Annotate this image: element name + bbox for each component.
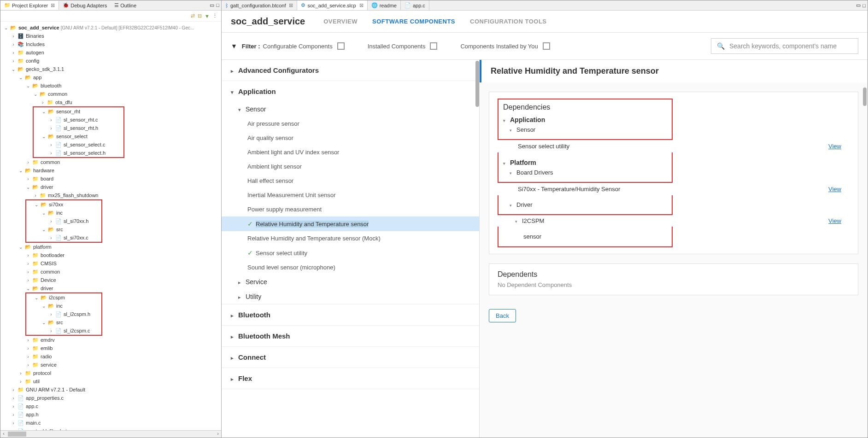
tree-inc2[interactable]: ⌄📂inc bbox=[26, 302, 101, 310]
dep-platform[interactable]: Platform bbox=[503, 159, 667, 166]
filter-installed[interactable]: Installed Components bbox=[368, 42, 438, 50]
dep-i2cspm[interactable]: I2CSPM bbox=[515, 217, 850, 224]
section-application[interactable]: Application bbox=[222, 81, 479, 102]
scrollbar-thumb[interactable] bbox=[863, 88, 867, 106]
link-icon[interactable]: ⇄ bbox=[191, 13, 195, 19]
tree-binaries[interactable]: ›🗄️Binaries bbox=[0, 32, 221, 40]
item-air-quality[interactable]: Air quality sensor bbox=[222, 131, 479, 145]
menu-icon[interactable]: ⋮ bbox=[212, 13, 217, 19]
item-power[interactable]: Power supply measurement bbox=[222, 202, 479, 216]
tree-sl-sensor-rht-h[interactable]: ›📄sl_sensor_rht.h bbox=[34, 124, 123, 132]
dep-driver[interactable]: Driver bbox=[510, 201, 667, 208]
tree-ota-dfu[interactable]: ›📁ota_dfu bbox=[0, 98, 221, 106]
tree-sl-si70xx-h[interactable]: ›📄sl_si70xx.h bbox=[26, 217, 101, 225]
tree-common[interactable]: ⌄📂common bbox=[0, 90, 221, 98]
item-hall[interactable]: Hall effect sensor bbox=[222, 174, 479, 188]
tree-app-h[interactable]: ›📄app.h bbox=[0, 410, 221, 419]
minimize-icon[interactable]: ▭ bbox=[210, 2, 214, 8]
section-advanced[interactable]: Advanced Configurators bbox=[222, 60, 479, 81]
tree-app-c[interactable]: ›📄app.c bbox=[0, 402, 221, 410]
minimize-icon[interactable]: ▭ bbox=[856, 2, 861, 8]
tab-project-explorer[interactable]: 📁 Project Explorer ⊠ bbox=[0, 1, 59, 10]
tree-hardware[interactable]: ⌄📂hardware bbox=[0, 166, 221, 175]
tree-sl-i2cspm-h[interactable]: ›📄sl_i2cspm.h bbox=[26, 310, 101, 318]
tree-driver2[interactable]: ⌄📂driver bbox=[0, 284, 221, 292]
tab-appc[interactable]: 📄app.c bbox=[401, 0, 429, 10]
tab-overview[interactable]: OVERVIEW bbox=[323, 18, 358, 25]
tree-common3[interactable]: ›📁common bbox=[0, 268, 221, 276]
collapse-icon[interactable]: ⊟ bbox=[198, 13, 202, 19]
item-ambient-uv[interactable]: Ambient light and UV index sensor bbox=[222, 145, 479, 159]
subsection-utility[interactable]: Utility bbox=[222, 289, 479, 304]
item-rht[interactable]: ✓Relative Humidity and Temperature senso… bbox=[222, 216, 479, 231]
tree-platform[interactable]: ⌄📂platform bbox=[0, 243, 221, 251]
tree-app[interactable]: ⌄📂app bbox=[0, 73, 221, 82]
tree-autogen[interactable]: ›📁autogen bbox=[0, 48, 221, 57]
subsection-sensor[interactable]: Sensor bbox=[222, 102, 479, 117]
tree-device[interactable]: ›📁Device bbox=[0, 276, 221, 284]
tree-gnu-arm[interactable]: ›📁GNU ARM v7.2.1 - Default bbox=[0, 385, 221, 394]
tree-cmsis[interactable]: ›📁CMSIS bbox=[0, 259, 221, 268]
tree-sl-sensor-select-c[interactable]: ›📄sl_sensor_select.c bbox=[34, 140, 123, 149]
tab-configuration-tools[interactable]: CONFIGURATION TOOLS bbox=[470, 18, 546, 25]
tree-emlib[interactable]: ›📁emlib bbox=[0, 344, 221, 352]
search-input[interactable]: 🔍 Search keywords, component's name bbox=[711, 38, 858, 54]
view-link[interactable]: View bbox=[828, 186, 841, 193]
maximize-icon[interactable]: □ bbox=[862, 3, 866, 8]
tree-i2cspm[interactable]: ⌄📂i2cspm bbox=[26, 293, 101, 302]
filter-icon[interactable]: ▼ bbox=[205, 13, 210, 19]
tree-mx25[interactable]: ›📁mx25_flash_shutdown bbox=[0, 191, 221, 199]
tree-includes[interactable]: ›📚Includes bbox=[0, 40, 221, 48]
checkbox[interactable] bbox=[543, 42, 550, 50]
section-bt-mesh[interactable]: Bluetooth Mesh bbox=[222, 326, 479, 346]
subsection-service[interactable]: Service bbox=[222, 274, 479, 289]
tree-main-c[interactable]: ›📄main.c bbox=[0, 419, 221, 427]
tree-src2[interactable]: ⌄📂src bbox=[26, 318, 101, 327]
tree-driver[interactable]: ⌄📂driver bbox=[0, 183, 221, 191]
tree-board[interactable]: ›📁board bbox=[0, 175, 221, 183]
item-imu[interactable]: Inertial Measurement Unit sensor bbox=[222, 188, 479, 202]
item-rht-mock[interactable]: Relative Humidity and Temperature sensor… bbox=[222, 231, 479, 245]
tree-sl-i2cspm-c[interactable]: ›📄sl_i2cspm.c bbox=[26, 327, 101, 335]
tree-radio[interactable]: ›📁radio bbox=[0, 352, 221, 361]
tree-create-bl[interactable]: 📄create_bl_files.bat bbox=[0, 427, 221, 430]
tab-gatt[interactable]: ᛒgatt_configuration.btconf⊠ bbox=[222, 0, 297, 10]
tab-slcp[interactable]: ⚙soc_add_service.slcp⊠ bbox=[297, 0, 367, 10]
tree-service[interactable]: ›📁service bbox=[0, 361, 221, 369]
close-icon[interactable]: ⊠ bbox=[289, 2, 293, 8]
section-bluetooth[interactable]: Bluetooth bbox=[222, 304, 479, 325]
tree-common2[interactable]: ›📁common bbox=[0, 158, 221, 166]
tab-readme[interactable]: 🌐readme bbox=[368, 0, 401, 10]
item-sensor-select[interactable]: ✓Sensor select utility bbox=[222, 245, 479, 260]
close-icon[interactable]: ⊠ bbox=[359, 2, 364, 8]
checkbox[interactable] bbox=[430, 42, 437, 50]
tree-app-properties[interactable]: ›📄app_properties.c bbox=[0, 394, 221, 402]
tree-sl-si70xx-c[interactable]: ›📄sl_si70xx.c bbox=[26, 234, 101, 242]
tree-inc[interactable]: ⌄📂inc bbox=[26, 209, 101, 217]
maximize-icon[interactable]: □ bbox=[216, 2, 219, 8]
tree-bootloader[interactable]: ›📁bootloader bbox=[0, 251, 221, 259]
project-root[interactable]: ⌄📂 soc_add_service [GNU ARM v7.2.1 - Def… bbox=[0, 23, 221, 32]
tree-sl-sensor-select-h[interactable]: ›📄sl_sensor_select.h bbox=[34, 149, 123, 157]
filter-configurable[interactable]: Configurable Components bbox=[263, 42, 345, 50]
filter-by-you[interactable]: Components Installed by You bbox=[460, 42, 550, 50]
view-link[interactable]: View bbox=[828, 217, 841, 224]
item-ambient[interactable]: Ambient light sensor bbox=[222, 159, 479, 174]
section-flex[interactable]: Flex bbox=[222, 368, 479, 389]
tree-config[interactable]: ›📁config bbox=[0, 57, 221, 65]
dep-sensor[interactable]: Sensor bbox=[510, 126, 667, 133]
tree-gecko-sdk[interactable]: ⌄📂gecko_sdk_3.1.1 bbox=[0, 65, 221, 73]
scrollbar-thumb[interactable] bbox=[475, 61, 479, 107]
tab-software-components[interactable]: SOFTWARE COMPONENTS bbox=[372, 18, 455, 25]
tree-emdrv[interactable]: ›📁emdrv bbox=[0, 336, 221, 344]
tree-src[interactable]: ⌄📂src bbox=[26, 225, 101, 234]
section-connect[interactable]: Connect bbox=[222, 347, 479, 368]
tab-debug-adapters[interactable]: 🐞 Debug Adapters bbox=[59, 1, 111, 10]
item-sound[interactable]: Sound level sensor (microphone) bbox=[222, 260, 479, 274]
item-air-pressure[interactable]: Air pressure sensor bbox=[222, 117, 479, 131]
tree-sensor-select[interactable]: ⌄📂sensor_select bbox=[34, 132, 123, 140]
back-button[interactable]: Back bbox=[489, 309, 516, 322]
tab-outline[interactable]: ☰ Outline bbox=[111, 1, 140, 10]
tree-protocol[interactable]: ›📁protocol bbox=[0, 369, 221, 377]
close-icon[interactable]: ⊠ bbox=[51, 2, 55, 8]
